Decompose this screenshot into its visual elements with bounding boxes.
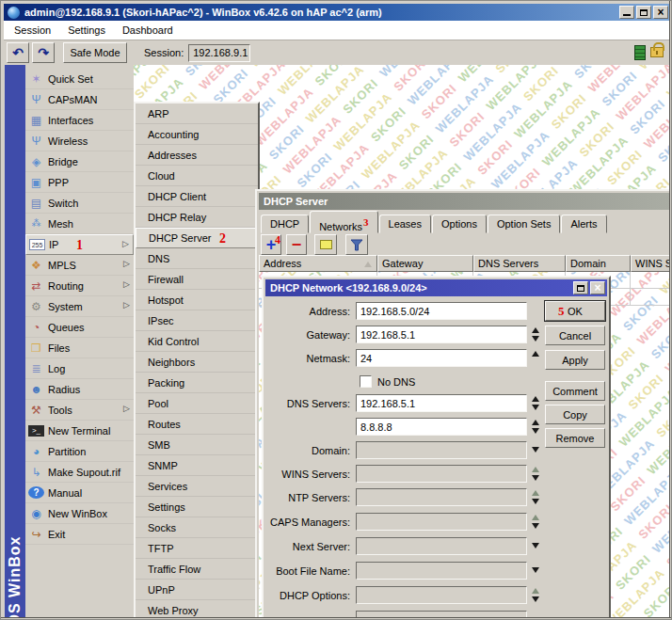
ok-button[interactable]: 5OK	[545, 301, 605, 321]
tab-option-sets[interactable]: Option Sets	[488, 215, 560, 233]
submenu-item-accounting[interactable]: Accounting	[136, 124, 258, 145]
cancel-button[interactable]: Cancel	[545, 326, 605, 345]
menu-settings[interactable]: Settings	[62, 23, 111, 38]
dropdown-arrow-icon[interactable]	[530, 441, 543, 459]
sidebar-item-manual[interactable]: Manual	[25, 483, 134, 503]
domain-input[interactable]	[356, 441, 527, 459]
submenu-item-pool[interactable]: Pool	[136, 393, 258, 414]
filter-button[interactable]	[345, 234, 368, 255]
submenu-item-socks[interactable]: Socks	[136, 517, 258, 538]
sidebar-item-bridge[interactable]: Bridge	[25, 151, 134, 172]
tab-networks[interactable]: Networks3	[310, 211, 377, 233]
sidebar-item-wireless[interactable]: Wireless	[25, 131, 134, 151]
no-dns-checkbox[interactable]	[360, 375, 372, 388]
submenu-item-hotspot[interactable]: Hotspot	[136, 290, 258, 310]
dropdown-arrow-icon[interactable]	[530, 562, 543, 580]
spinner-updown-icon[interactable]	[530, 418, 543, 436]
spinner-updown-icon[interactable]	[530, 465, 543, 483]
caps-managers-input[interactable]	[356, 513, 527, 531]
add-button[interactable]: +4	[261, 234, 281, 255]
submenu-item-traffic-flow[interactable]: Traffic Flow	[136, 559, 258, 580]
redo-button[interactable]: ↷	[32, 42, 55, 63]
sidebar-item-new-winbox[interactable]: New WinBox	[25, 503, 134, 524]
dhcp-server-title-bar[interactable]: DHCP Server	[259, 193, 672, 210]
gateway-input[interactable]	[356, 326, 527, 343]
session-value-box[interactable]: 192.168.9.1	[188, 44, 250, 62]
next-server-input[interactable]	[356, 537, 527, 555]
submenu-item-firewall[interactable]: Firewall	[136, 269, 258, 290]
dhcp-options-input[interactable]	[356, 586, 527, 604]
minimize-button[interactable]	[619, 6, 634, 19]
sidebar-item-exit[interactable]: Exit	[25, 524, 134, 545]
submenu-item-tftp[interactable]: TFTP	[136, 538, 258, 559]
boot-file-name-input[interactable]	[356, 562, 527, 580]
submenu-item-kid-control[interactable]: Kid Control	[136, 331, 258, 352]
app-title-bar[interactable]: admin@192.168.9.1 (Skori-hAPac^2) - WinB…	[4, 4, 670, 21]
menu-dashboard[interactable]: Dashboard	[117, 23, 179, 38]
sidebar-item-quick-set[interactable]: Quick Set	[25, 69, 134, 89]
column-header-dns-servers[interactable]: DNS Servers	[473, 255, 566, 272]
spinner-updown-icon[interactable]	[530, 326, 543, 343]
submenu-item-smb[interactable]: SMB	[136, 435, 258, 455]
submenu-item-dhcp-server[interactable]: DHCP Server2	[136, 228, 258, 248]
sidebar-item-interfaces[interactable]: Interfaces	[25, 110, 134, 131]
close-button[interactable]: ×	[653, 6, 668, 19]
copy-button[interactable]: Copy	[545, 405, 605, 424]
tab-options[interactable]: Options	[432, 215, 487, 233]
menu-session[interactable]: Session	[8, 23, 56, 38]
undo-button[interactable]: ↶	[7, 42, 29, 63]
comment-button[interactable]: Comment	[545, 381, 605, 401]
submenu-item-snmp[interactable]: SNMP	[136, 455, 258, 476]
sidebar-item-switch[interactable]: Switch	[25, 193, 134, 214]
submenu-item-settings[interactable]: Settings	[136, 497, 258, 517]
dialog-maximize-button[interactable]	[573, 281, 588, 294]
sidebar-item-mesh[interactable]: Mesh	[25, 214, 134, 234]
submenu-item-packing[interactable]: Packing	[136, 373, 258, 393]
submenu-item-dhcp-relay[interactable]: DHCP Relay	[136, 207, 258, 228]
sidebar-item-capsman[interactable]: CAPsMAN	[25, 89, 134, 110]
column-header-wins[interactable]: WINS S	[631, 255, 672, 272]
remove-entry-button[interactable]: −	[286, 234, 307, 255]
column-header-domain[interactable]: Domain	[566, 255, 631, 272]
wins-servers-input[interactable]	[356, 465, 527, 483]
sidebar-item-system[interactable]: System	[25, 296, 134, 317]
apply-button[interactable]: Apply	[545, 350, 605, 370]
sidebar-item-routing[interactable]: Routing	[25, 276, 134, 296]
tab-alerts[interactable]: Alerts	[561, 215, 606, 233]
column-header-address[interactable]: Address	[259, 255, 377, 272]
remove-button[interactable]: Remove	[545, 428, 605, 448]
address-input[interactable]	[356, 302, 527, 320]
comment-button[interactable]	[314, 234, 337, 255]
sidebar-item-tools[interactable]: Tools	[25, 400, 134, 421]
sidebar-item-queues[interactable]: Queues	[25, 317, 134, 338]
submenu-item-routes[interactable]: Routes	[136, 414, 258, 435]
safe-mode-button[interactable]: Safe Mode	[63, 42, 127, 63]
submenu-item-dns[interactable]: DNS	[136, 248, 258, 269]
ntp-servers-input[interactable]	[356, 488, 527, 506]
sidebar-item-ip[interactable]: IP1	[25, 234, 134, 255]
sidebar-item-log[interactable]: Log	[25, 358, 134, 379]
submenu-item-addresses[interactable]: Addresses	[136, 145, 258, 166]
sidebar-item-partition[interactable]: Partition	[25, 441, 134, 462]
dropdown-arrow-icon[interactable]	[530, 537, 543, 555]
spinner-up-icon[interactable]	[530, 349, 543, 367]
netmask-input[interactable]	[356, 349, 527, 367]
maximize-button[interactable]	[636, 6, 651, 19]
spinner-updown-icon[interactable]	[530, 513, 543, 531]
submenu-item-services[interactable]: Services	[136, 476, 258, 497]
sidebar-item-mpls[interactable]: MPLS	[25, 255, 134, 276]
sidebar-item-new-terminal[interactable]: New Terminal	[25, 421, 134, 441]
sidebar-item-ppp[interactable]: PPP	[25, 172, 134, 193]
submenu-item-dhcp-client[interactable]: DHCP Client	[136, 186, 258, 207]
tab-dhcp[interactable]: DHCP	[261, 215, 309, 233]
spinner-updown-icon[interactable]	[530, 394, 543, 412]
dialog-close-button[interactable]: ×	[590, 281, 605, 294]
submenu-item-upnp[interactable]: UPnP	[136, 580, 258, 600]
dialog-title-bar[interactable]: DHCP Network <192.168.9.0/24> ×	[265, 279, 607, 296]
spinner-updown-icon[interactable]	[530, 586, 543, 604]
submenu-item-cloud[interactable]: Cloud	[136, 166, 258, 186]
sidebar-item-radius[interactable]: Radius	[25, 379, 134, 400]
tab-leases[interactable]: Leases	[379, 215, 431, 233]
dns-server-input[interactable]	[356, 418, 527, 436]
column-header-gateway[interactable]: Gateway	[377, 255, 473, 272]
